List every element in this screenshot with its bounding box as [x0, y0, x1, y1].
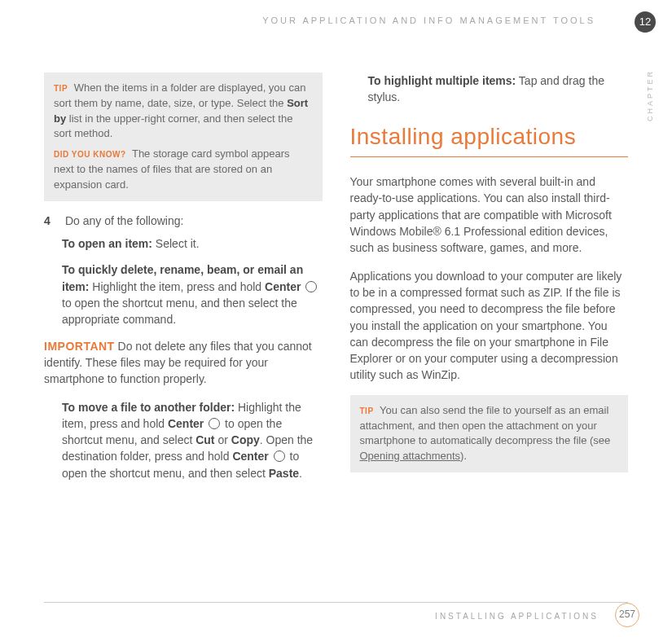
tip-text-part: You can also send the file to yourself a… [360, 404, 611, 447]
chapter-number-badge: 12 [635, 11, 656, 33]
footer-section-label: INSTALLING APPLICATIONS [435, 611, 599, 623]
text-part: . [299, 467, 302, 480]
intro-paragraph-1: Your smartphone comes with several built… [350, 174, 629, 256]
quick-delete-block: To quickly delete, rename, beam, or emai… [62, 261, 323, 327]
section-title: Installing applications [350, 121, 629, 158]
chapter-side-label: CHAPTER [645, 69, 656, 121]
center-button-icon [305, 281, 317, 292]
open-item-block: To open an item: Select it. [62, 235, 323, 252]
intro-paragraph-2: Applications you download to your comput… [350, 268, 629, 384]
step-4: 4 Do any of the following: [44, 213, 323, 229]
right-column: To highlight multiple items: Tap and dra… [350, 72, 629, 491]
important-block: IMPORTANT Do not delete any files that y… [44, 338, 323, 388]
move-file-label: To move a file to another folder: [62, 401, 235, 414]
center-button-icon [274, 450, 285, 462]
cut-label: Cut [195, 433, 214, 446]
tip-text-part: When the items in a folder are displayed… [54, 81, 305, 109]
center-button-icon [209, 418, 220, 429]
open-item-label: To open an item: [62, 237, 152, 250]
tip-text-part: list in the upper-right corner, and then… [54, 112, 292, 140]
step-lead: Do any of the following: [65, 213, 323, 229]
move-file-block: To move a file to another folder: Highli… [62, 399, 323, 481]
copy-label: Copy [231, 433, 260, 446]
important-label: IMPORTANT [44, 340, 115, 353]
center-label: Center [232, 450, 268, 463]
highlight-multi-block: To highlight multiple items: Tap and dra… [368, 72, 629, 106]
tip-box: TIP When the items in a folder are displ… [44, 72, 323, 201]
center-label: Center [265, 280, 301, 293]
paste-label: Paste [269, 467, 299, 480]
text-part: Highlight the item, press and hold [89, 280, 265, 293]
text-part: to open the shortcut menu, and then sele… [62, 297, 297, 326]
tip-label: TIP [360, 406, 374, 415]
tip-box: TIP You can also send the file to yourse… [350, 395, 629, 472]
opening-attachments-link[interactable]: Opening attachments [360, 450, 461, 462]
page-number: 257 [615, 603, 639, 627]
running-head: YOUR APPLICATION AND INFO MANAGEMENT TOO… [44, 15, 628, 28]
did-you-know-label: DID YOU KNOW? [54, 150, 126, 159]
left-column: TIP When the items in a folder are displ… [44, 72, 323, 491]
step-number: 4 [44, 213, 62, 229]
center-label: Center [168, 417, 204, 430]
highlight-multi-label: To highlight multiple items: [368, 74, 516, 87]
footer-rule [44, 602, 628, 603]
tip-text-part: ). [460, 450, 467, 462]
tip-label: TIP [54, 84, 68, 93]
content-columns: TIP When the items in a folder are displ… [44, 72, 628, 491]
open-item-rest: Select it. [152, 237, 200, 250]
page: YOUR APPLICATION AND INFO MANAGEMENT TOO… [0, 0, 672, 637]
text-part: or [215, 433, 231, 446]
